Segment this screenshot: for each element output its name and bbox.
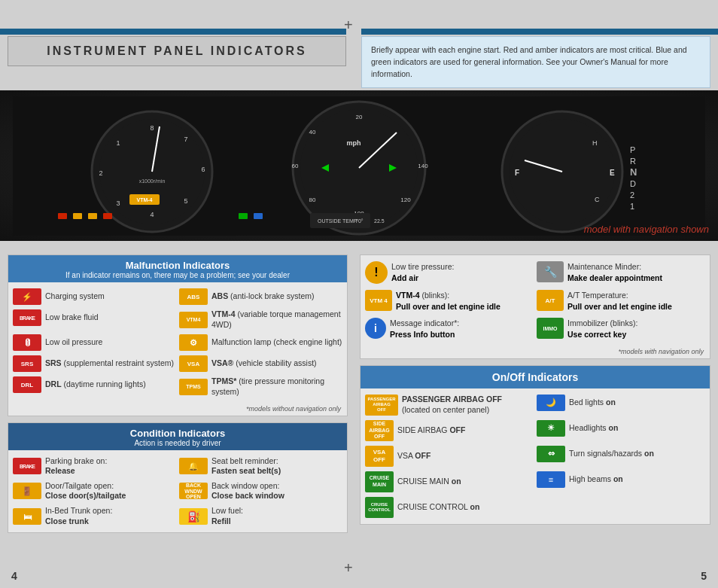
svg-text:60: 60 [292, 163, 299, 169]
amber-info-grid: ! Low tire pressure:Add air 🔧 Maintenanc… [361, 255, 710, 346]
malfunction-item-brake: BRAKE Low brake fluid [13, 309, 176, 326]
fuel-icon: ⛽ [179, 508, 208, 525]
malfunction-item-drl: DRL DRL (daytime running lights) [13, 376, 176, 393]
bed-lights-text: Bed lights on [569, 398, 616, 408]
svg-rect-48 [103, 213, 112, 219]
list-item: 🛢 Low oil pressure [13, 334, 176, 351]
oil-icon: 🛢 [13, 334, 41, 351]
right-column: ! Low tire pressure:Add air 🔧 Maintenanc… [354, 248, 718, 539]
list-item: BACKWNDWOPEN Back window open:Close back… [179, 481, 342, 501]
onoff-passenger-airbag: PASSENGERAIRBAGOFF PASSENGER AIRBAG OFF(… [365, 395, 534, 416]
fuel-text: Low fuel:Refill [211, 506, 243, 526]
seatbelt-text: Seat belt reminder:Fasten seat belt(s) [211, 456, 281, 477]
bed-lights-icon: 🌙 [537, 395, 565, 411]
onoff-header: On/Off Indicators [361, 366, 710, 388]
malfunction-subtitle: If an indicator remains on, there may be… [11, 271, 344, 279]
title-section: INSTRUMENT PANEL INDICATORS [8, 36, 346, 66]
amber-footnote: *models with navigation only [361, 346, 710, 358]
svg-text:x1000r/min: x1000r/min [139, 178, 166, 184]
svg-rect-49 [239, 213, 248, 219]
svg-text:1: 1 [116, 139, 120, 147]
malf-icon: ⚙ [179, 334, 208, 351]
malfunction-item-charging: ⚡ Charging system [13, 288, 176, 305]
svg-text:6: 6 [201, 166, 205, 173]
brake-icon: BRAKE [13, 309, 41, 326]
condition-backwindow: BACKWNDWOPEN Back window open:Close back… [179, 481, 342, 501]
page-number-left: 4 [11, 570, 17, 582]
svg-rect-50 [254, 213, 263, 219]
tpms-text: TPMS* (tire pressure monitoring system) [211, 376, 342, 397]
malfunction-item-tpms: TPMS TPMS* (tire pressure monitoring sys… [179, 376, 342, 397]
svg-text:D: D [630, 179, 636, 188]
svg-text:N: N [630, 166, 637, 178]
condition-subtitle: Action is needed by driver [11, 439, 344, 447]
vsa-icon: VSA [179, 355, 208, 372]
trunk-icon: 🛏 [13, 508, 41, 525]
svg-text:5: 5 [184, 197, 187, 205]
headlights-icon: ☀ [537, 420, 565, 437]
list-item: VSA VSA® (vehicle stability assist) [179, 355, 342, 372]
passenger-airbag-text: PASSENGER AIRBAG OFF(located on center p… [402, 395, 502, 415]
turn-signals-icon: ⇔ [537, 446, 565, 462]
list-item: 🚪 Door/Tailgate open:Close door(s)/tailg… [13, 481, 176, 501]
malfunction-grid: ⚡ Charging system ABS ABS (anti-lock bra… [8, 282, 347, 404]
onoff-section: On/Off Indicators PASSENGERAIRBAGOFF PAS… [360, 365, 710, 525]
condition-trunk: 🛏 In-Bed Trunk open:Close trunk [13, 506, 176, 526]
condition-section: Condition Indicators Action is needed by… [8, 422, 348, 534]
page-number-right: 5 [701, 570, 707, 582]
list-item: i Message indicator*:Press Info button [365, 318, 534, 340]
malfunction-item-vsa: VSA VSA® (vehicle stability assist) [179, 355, 342, 372]
malfunction-header: Malfunction Indicators If an indicator r… [8, 255, 347, 282]
info-box: Briefly appear with each engine start. R… [361, 36, 710, 88]
malfunction-section: Malfunction Indicators If an indicator r… [8, 254, 348, 416]
high-beams-text: High beams on [569, 474, 623, 485]
at-temp-icon: A/T [537, 290, 564, 311]
abs-icon: ABS [179, 288, 208, 305]
info-text: Briefly appear with each engine start. R… [371, 45, 687, 78]
svg-text:140: 140 [418, 163, 428, 169]
list-item: IMMO Immobilizer (blinks):Use correct ke… [537, 318, 705, 340]
malfunction-footnote: *models without navigation only [8, 404, 347, 416]
svg-rect-45 [58, 213, 67, 219]
charging-icon: ⚡ [13, 288, 41, 305]
vtm4-info-text: VTM-4 (blinks):Pull over and let engine … [396, 290, 500, 312]
condition-grid: BRAKE Parking brake on:Release 🔔 Seat be… [8, 450, 347, 533]
vtm4-icon: VTM4 [179, 312, 208, 328]
list-item: ⚙ Malfunction lamp (check engine light) [179, 334, 342, 351]
onoff-side-airbag: SIDEAIRBAGOFF SIDE AIRBAG OFF [365, 420, 534, 441]
backwindow-text: Back window open:Close back window [211, 481, 284, 501]
svg-text:H: H [592, 139, 598, 147]
low-tire-text: Low tire pressure:Add air [391, 261, 454, 283]
malfunction-item-oil: 🛢 Low oil pressure [13, 334, 176, 351]
model-caption: model with navigation shown [584, 224, 709, 235]
turn-signals-text: Turn signals/hazards on [569, 449, 654, 459]
crosshair-top-center [348, 24, 360, 36]
vsa-text: VSA® (vehicle stability assist) [211, 358, 317, 369]
svg-text:2: 2 [99, 169, 102, 177]
low-tire-icon: ! [365, 261, 388, 284]
list-item: ☀ Headlights on [537, 420, 705, 441]
svg-text:1: 1 [630, 202, 634, 211]
list-item: 🔔 Seat belt reminder:Fasten seat belt(s) [179, 456, 342, 477]
condition-header: Condition Indicators Action is needed by… [8, 423, 347, 450]
high-beams-icon: ≡ [537, 471, 565, 488]
malfunction-title: Malfunction Indicators [11, 260, 344, 271]
malfunction-item-srs: SRS SRS (supplemental restraint system) [13, 355, 176, 372]
trunk-text: In-Bed Trunk open:Close trunk [45, 506, 112, 526]
svg-text:2: 2 [630, 190, 634, 200]
page-title: INSTRUMENT PANEL INDICATORS [23, 44, 330, 58]
svg-text:E: E [610, 169, 615, 177]
instrument-panel: 8 7 6 5 4 3 2 1 x1000r/min VTM-4 20 40 6… [0, 90, 718, 241]
svg-text:VTM-4: VTM-4 [137, 197, 153, 203]
onoff-headlights: ☀ Headlights on [537, 420, 705, 437]
passenger-airbag-icon: PASSENGERAIRBAGOFF [365, 395, 398, 416]
svg-text:7: 7 [184, 136, 187, 143]
svg-text:22.5: 22.5 [374, 218, 385, 224]
cruise-control-text: CRUISE CONTROL on [397, 502, 479, 513]
onoff-high-beams: ≡ High beams on [537, 471, 705, 488]
svg-rect-46 [73, 213, 82, 219]
vsa-off-text: VSA OFF [397, 451, 430, 462]
list-item: 🌙 Bed lights on [537, 395, 705, 416]
svg-text:80: 80 [309, 197, 316, 203]
srs-text: SRS (supplemental restraint system) [45, 358, 174, 369]
